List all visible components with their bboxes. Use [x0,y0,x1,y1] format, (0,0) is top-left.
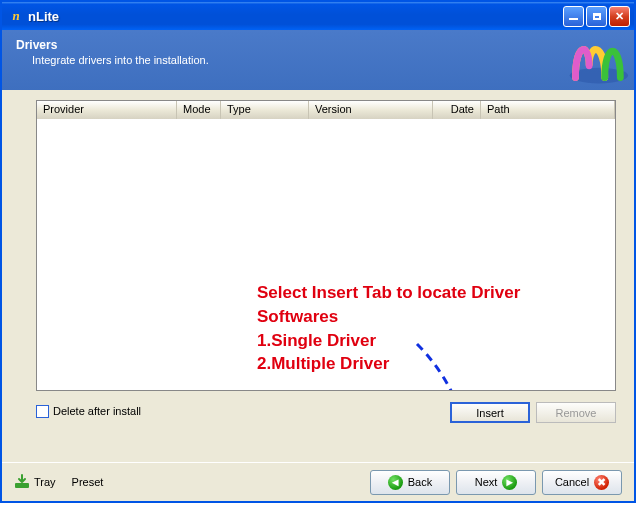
close-button[interactable]: ✕ [609,6,630,27]
page-subheading: Integrate drivers into the installation. [32,54,620,66]
maximize-button[interactable] [586,6,607,27]
cancel-icon: ✖ [594,475,609,490]
window-buttons: ✕ [563,6,630,27]
app-window: n nLite ✕ Drivers Integrate drivers into… [0,0,636,503]
tray-label: Tray [34,476,56,488]
remove-button-label: Remove [556,407,597,419]
col-mode[interactable]: Mode [177,101,221,119]
page-heading: Drivers [16,38,620,52]
col-version[interactable]: Version [309,101,433,119]
remove-button: Remove [536,402,616,423]
annotation-line4: 2.Multiple Driver [257,352,587,376]
preset-label: Preset [72,476,104,488]
col-type[interactable]: Type [221,101,309,119]
page-header: Drivers Integrate drivers into the insta… [2,30,634,90]
next-label: Next [475,476,498,488]
content-area: Provider Mode Type Version Date Path Sel… [10,94,626,459]
annotation-line3: 1.Single Driver [257,329,587,353]
col-date[interactable]: Date [433,101,481,119]
footer: Tray Preset ◄ Back Next ► Cancel ✖ [2,462,634,501]
svg-rect-1 [15,483,29,488]
table-header-row: Provider Mode Type Version Date Path [37,101,615,119]
minimize-button[interactable] [563,6,584,27]
back-button[interactable]: ◄ Back [370,470,450,495]
tray-button[interactable]: Tray [14,474,56,490]
next-arrow-icon: ► [502,475,517,490]
insert-button[interactable]: Insert [450,402,530,423]
insert-button-label: Insert [476,407,504,419]
tray-icon [14,474,30,490]
annotation-overlay: Select Insert Tab to locate Driver Softw… [257,281,587,376]
annotation-arrow-icon [397,339,487,390]
cancel-button[interactable]: Cancel ✖ [542,470,622,495]
delete-after-install-label: Delete after install [53,405,141,417]
col-path[interactable]: Path [481,101,615,119]
next-button[interactable]: Next ► [456,470,536,495]
cancel-label: Cancel [555,476,589,488]
back-label: Back [408,476,432,488]
back-arrow-icon: ◄ [388,475,403,490]
table-body[interactable]: Select Insert Tab to locate Driver Softw… [37,119,615,390]
annotation-line2: Softwares [257,305,587,329]
col-provider[interactable]: Provider [37,101,177,119]
window-title: nLite [28,9,59,24]
annotation-line1: Select Insert Tab to locate Driver [257,283,520,302]
preset-button[interactable]: Preset [72,476,104,488]
delete-after-install-checkbox[interactable] [36,405,49,418]
drivers-table: Provider Mode Type Version Date Path Sel… [36,100,616,391]
titlebar: n nLite ✕ [2,2,634,30]
app-logo [556,30,634,90]
app-icon: n [8,8,24,24]
